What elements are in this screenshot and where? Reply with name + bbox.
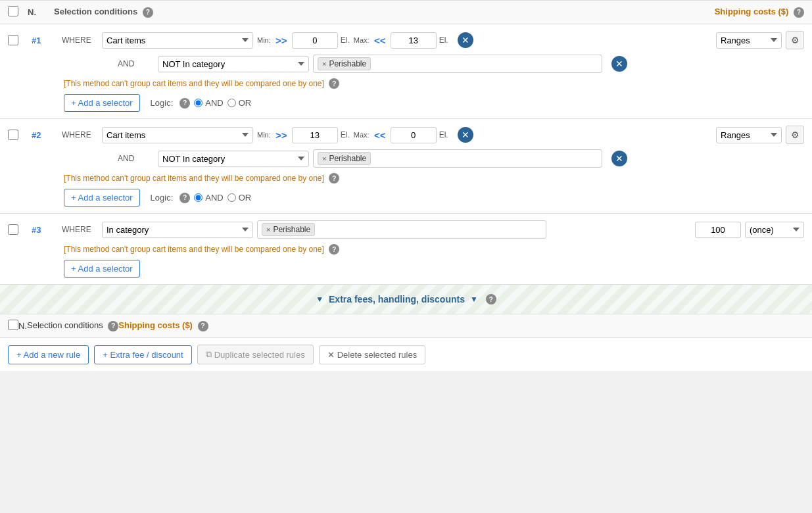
rule-1-add-selector-label: + Add a selector — [71, 98, 133, 108]
rule-2-lte-icon: << — [372, 130, 388, 141]
rule-2-checkbox[interactable] — [8, 130, 18, 140]
rule-2-or-radio[interactable]: OR — [227, 193, 252, 203]
rule-3-add-selector-btn[interactable]: + Add a selector — [64, 260, 140, 278]
rule-1-ranges-select[interactable]: Ranges — [716, 32, 782, 49]
header-n: N. — [28, 7, 54, 17]
rule-2-and-close-icon: ✕ — [615, 153, 623, 164]
rule-1-where-close-btn[interactable]: ✕ — [458, 32, 473, 48]
rule-2-logic-group: Logic: ? AND OR — [151, 193, 252, 203]
rule-1-tag-remove-icon[interactable]: × — [322, 60, 326, 68]
rule-1-or-radio[interactable]: OR — [227, 98, 252, 108]
rule-2-where-close-btn[interactable]: ✕ — [458, 127, 473, 143]
rule-1-and-close-btn[interactable]: ✕ — [611, 56, 627, 72]
extra-fees-triangle-right: ▼ — [470, 295, 478, 304]
extra-fees-label: Extra fees, handling, discounts — [329, 294, 465, 305]
actions-row: + Add a new rule + Extra fee / discount … — [0, 338, 812, 371]
rule-2-ranges-select[interactable]: Ranges — [716, 127, 782, 143]
rule-3-warning-icon[interactable]: ? — [329, 244, 339, 255]
rule-2-and-label: AND — [118, 154, 154, 163]
rule-2-max-group: Max: << El. — [354, 127, 448, 143]
rule-1-min-input[interactable] — [292, 32, 338, 49]
rule-3-block: #3 WHERE In category × Perishable (once)… — [0, 214, 812, 285]
rule-1-check — [8, 35, 28, 45]
rule-3-check — [8, 224, 28, 235]
rule-1-tag-area[interactable]: × Perishable — [313, 55, 602, 73]
header-checkbox[interactable] — [8, 6, 18, 16]
rule-2-min-group: Min: >> El. — [257, 127, 350, 143]
extra-fee-btn[interactable]: + Extra fee / discount — [94, 345, 191, 364]
copy-icon: ⧉ — [206, 349, 212, 360]
rule-2-min-input[interactable] — [292, 127, 338, 143]
rule-2-cost-controls: Ranges ⚙ — [716, 126, 804, 144]
rule-2-category-selector[interactable]: NOT In category — [158, 151, 309, 167]
rule-1-warning: [This method can't group cart items and … — [64, 78, 804, 89]
rule-1-where-label: WHERE — [62, 36, 98, 45]
rule-1-add-selector-row: + Add a selector Logic: ? AND OR — [64, 94, 804, 112]
bottom-shipping-help-icon[interactable]: ? — [198, 321, 208, 331]
duplicate-label: Duplicate selected rules — [214, 350, 305, 360]
rule-2-and-row: AND NOT In category × Perishable ✕ — [8, 149, 804, 168]
rule-3-once-select[interactable]: (once) — [745, 222, 804, 238]
extra-fees-row: ▼ Extra fees, handling, discounts ▼ ? — [0, 285, 812, 314]
rule-3-main-selector[interactable]: In category — [102, 222, 253, 238]
rule-1-add-selector-btn[interactable]: + Add a selector — [64, 94, 140, 112]
rule-1-and-row: AND NOT In category × Perishable ✕ — [8, 55, 804, 73]
rule-1-gear-btn[interactable]: ⚙ — [786, 31, 804, 49]
rule-1-warning-icon[interactable]: ? — [329, 78, 339, 89]
rule-1-logic-help-icon[interactable]: ? — [179, 98, 190, 109]
rule-1-where-row: #1 WHERE Cart items Min: >> El. Max: << … — [8, 31, 804, 49]
rule-3-tag-area[interactable]: × Perishable — [257, 220, 546, 239]
rule-3-cost-input[interactable] — [695, 222, 741, 238]
rule-1-block: #1 WHERE Cart items Min: >> El. Max: << … — [0, 24, 812, 119]
conditions-help-icon[interactable]: ? — [143, 7, 153, 18]
header-check — [8, 6, 28, 18]
delete-btn[interactable]: ✕ Delete selected rules — [319, 345, 425, 364]
rule-1-max-input[interactable] — [391, 32, 437, 49]
rule-2-tag-perishable: × Perishable — [318, 152, 371, 165]
rule-3-tag-remove-icon[interactable]: × — [266, 226, 270, 233]
rule-3-cost-controls: (once) — [695, 222, 804, 238]
rule-1-and-label: AND — [118, 59, 154, 68]
rule-1-min-group: Min: >> El. — [257, 32, 350, 49]
shipping-help-icon[interactable]: ? — [794, 7, 804, 18]
bottom-header-checkbox[interactable] — [8, 320, 18, 330]
extra-fees-triangle-left: ▼ — [316, 295, 323, 304]
bottom-header-conditions: Selection conditions ? — [27, 320, 118, 331]
rule-1-category-selector[interactable]: NOT In category — [158, 56, 309, 72]
rule-2-where-label: WHERE — [62, 130, 98, 139]
rule-3-warning: [This method can't group cart items and … — [64, 244, 804, 255]
rule-1-main-selector[interactable]: Cart items — [102, 32, 253, 49]
rule-3-num: #3 — [32, 225, 58, 235]
delete-label: Delete selected rules — [337, 350, 417, 360]
rule-2-logic-help-icon[interactable]: ? — [179, 193, 190, 203]
rule-1-checkbox[interactable] — [8, 35, 18, 45]
rule-2-tag-area[interactable]: × Perishable — [313, 149, 602, 168]
rule-3-add-selector-label: + Add a selector — [71, 264, 133, 274]
rule-2-add-selector-row: + Add a selector Logic: ? AND OR — [64, 189, 804, 207]
duplicate-btn[interactable]: ⧉ Duplicate selected rules — [197, 345, 314, 364]
rule-1-tag-perishable: × Perishable — [318, 57, 371, 70]
rule-1-and-radio[interactable]: AND — [194, 98, 223, 108]
rule-2-and-close-btn[interactable]: ✕ — [611, 151, 627, 166]
rule-2-max-input[interactable] — [391, 127, 437, 143]
rule-1-where-close-icon: ✕ — [462, 35, 469, 45]
rule-3-where-label: WHERE — [62, 225, 98, 234]
bottom-header-check — [8, 320, 18, 332]
page-wrapper: N. Selection conditions ? Shipping costs… — [0, 0, 812, 371]
rule-2-tag-remove-icon[interactable]: × — [322, 155, 326, 162]
add-new-rule-btn[interactable]: + Add a new rule — [8, 345, 89, 364]
rule-2-warning-icon[interactable]: ? — [329, 173, 339, 183]
bottom-conditions-help-icon[interactable]: ? — [108, 321, 118, 331]
rule-2-add-selector-btn[interactable]: + Add a selector — [64, 189, 140, 207]
rule-3-add-selector-row: + Add a selector — [64, 260, 804, 278]
rule-2-and-radio[interactable]: AND — [194, 193, 223, 203]
rule-2-main-selector[interactable]: Cart items — [102, 127, 253, 143]
rule-1-num: #1 — [32, 36, 58, 45]
extra-fee-label: + Extra fee / discount — [103, 350, 183, 360]
rule-2-gear-btn[interactable]: ⚙ — [786, 126, 804, 144]
rule-3-checkbox[interactable] — [8, 224, 18, 235]
header-conditions: Selection conditions ? — [54, 7, 715, 18]
rule-1-max-group: Max: << El. — [354, 32, 448, 49]
extra-fees-help-icon[interactable]: ? — [486, 294, 496, 305]
bottom-header-shipping: Shipping costs ($) ? — [118, 320, 208, 331]
